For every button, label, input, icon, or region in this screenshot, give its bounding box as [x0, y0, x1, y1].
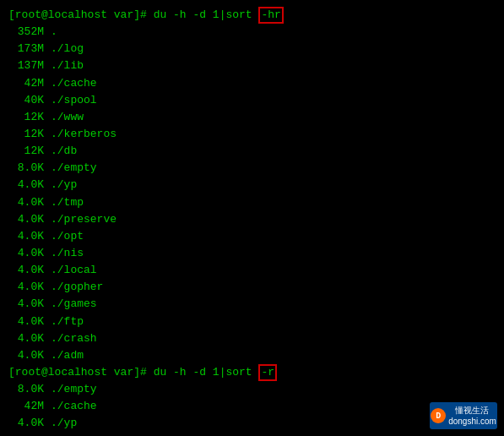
cmd1-highlight: -hr — [258, 7, 283, 24]
list-item: 4.0K./crash — [8, 330, 496, 347]
list-item: 4.0K./tmp — [8, 194, 496, 211]
list-item: 4.0K./nis — [8, 245, 496, 262]
list-item: 4.0K./gopher — [8, 279, 496, 296]
list-item: 12K./db — [8, 143, 496, 160]
list-item: 12K./www — [8, 109, 496, 126]
list-item: 12K./kerberos — [8, 126, 496, 143]
list-item: 42M./cache — [8, 75, 496, 92]
list-item: 8.0K./empty — [8, 160, 496, 177]
list-item: 352M. — [8, 24, 496, 41]
list-item: 4.0K./local — [8, 262, 496, 279]
command-line-2: [root@localhost var]# du -h -d 1|sort -r — [8, 364, 496, 381]
list-item: 173M./log — [8, 41, 496, 57]
cmd2-highlight: -r — [258, 364, 277, 381]
watermark-text: 懂视生活dongshi.com — [448, 405, 496, 427]
cmd2-text: du -h -d 1|sort — [147, 364, 259, 381]
list-item: 8.0K./empty — [8, 381, 496, 398]
output-section-1: 352M. 173M./log 137M./lib 42M./cache 40K… — [8, 24, 496, 364]
list-item: 4.0K./opt — [8, 228, 496, 245]
command-line-1: [root@localhost var]# du -h -d 1|sort -h… — [8, 7, 496, 24]
list-item: 137M./lib — [8, 57, 496, 74]
output-section-2: 8.0K./empty 42M./cache 4.0K./yp 4.0K./tm… — [8, 381, 496, 436]
list-item: 4.0K./yp — [8, 177, 496, 193]
list-item: 4.0K./preserve — [8, 211, 496, 228]
terminal: [root@localhost var]# du -h -d 1|sort -h… — [0, 0, 504, 436]
watermark-icon: D — [431, 408, 446, 423]
list-item: 4.0K./tmp — [8, 433, 496, 436]
prompt-2: [root@localhost var]# — [8, 364, 147, 381]
list-item: 4.0K./adm — [8, 347, 496, 364]
list-item: 40K./spool — [8, 92, 496, 109]
list-item: 42M./cache — [8, 398, 496, 415]
list-item: 4.0K./games — [8, 296, 496, 313]
cmd1-text: du -h -d 1|sort — [147, 7, 259, 24]
list-item: 4.0K./yp — [8, 415, 496, 432]
watermark: D 懂视生活dongshi.com — [430, 402, 497, 429]
prompt-1: [root@localhost var]# — [8, 7, 147, 24]
list-item: 4.0K./ftp — [8, 313, 496, 330]
